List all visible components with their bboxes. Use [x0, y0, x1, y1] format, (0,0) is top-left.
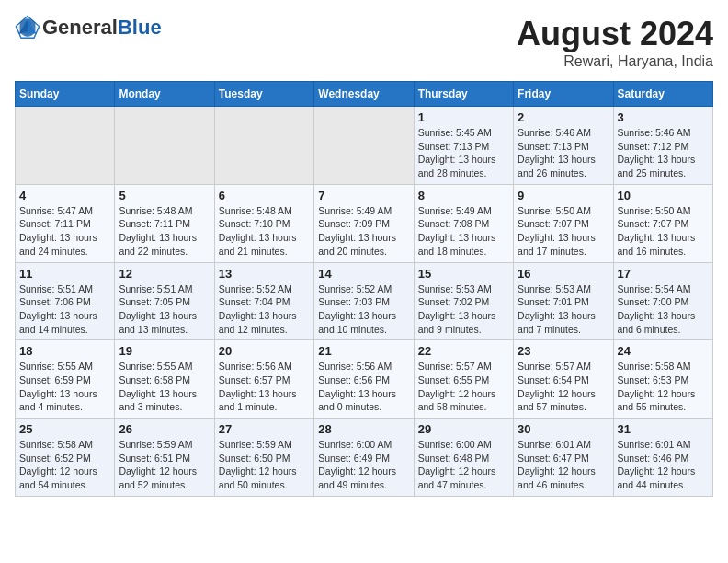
calendar-cell: 15Sunrise: 5:53 AM Sunset: 7:02 PM Dayli…	[414, 262, 513, 340]
day-number: 29	[418, 422, 509, 436]
day-number: 2	[518, 110, 609, 124]
day-info: Sunrise: 5:46 AM Sunset: 7:12 PM Dayligh…	[618, 126, 709, 180]
calendar-cell: 25Sunrise: 5:58 AM Sunset: 6:52 PM Dayli…	[16, 419, 115, 497]
day-number: 11	[19, 267, 110, 281]
calendar-cell: 21Sunrise: 5:56 AM Sunset: 6:56 PM Dayli…	[314, 340, 414, 419]
calendar-cell: 6Sunrise: 5:48 AM Sunset: 7:10 PM Daylig…	[214, 184, 313, 262]
day-info: Sunrise: 5:56 AM Sunset: 6:56 PM Dayligh…	[318, 360, 409, 414]
day-info: Sunrise: 5:50 AM Sunset: 7:07 PM Dayligh…	[618, 204, 709, 259]
day-number: 18	[19, 344, 110, 358]
day-number: 16	[518, 267, 609, 281]
calendar-cell: 30Sunrise: 6:01 AM Sunset: 6:47 PM Dayli…	[514, 419, 613, 497]
calendar-cell	[115, 107, 214, 185]
calendar-cell: 26Sunrise: 5:59 AM Sunset: 6:51 PM Dayli…	[115, 419, 214, 497]
calendar-cell: 11Sunrise: 5:51 AM Sunset: 7:06 PM Dayli…	[16, 262, 115, 340]
weekday-header-sunday: Sunday	[16, 82, 115, 107]
day-number: 9	[518, 189, 609, 202]
day-number: 10	[618, 189, 709, 202]
day-number: 22	[418, 344, 509, 358]
day-info: Sunrise: 6:01 AM Sunset: 6:47 PM Dayligh…	[518, 438, 609, 492]
day-number: 27	[219, 422, 310, 436]
day-number: 23	[518, 344, 609, 358]
day-number: 13	[219, 267, 310, 281]
calendar-cell: 31Sunrise: 6:01 AM Sunset: 6:46 PM Dayli…	[613, 419, 712, 497]
day-info: Sunrise: 5:55 AM Sunset: 6:59 PM Dayligh…	[19, 360, 110, 414]
day-number: 5	[119, 189, 210, 202]
weekday-header-saturday: Saturday	[613, 82, 712, 107]
calendar-cell: 7Sunrise: 5:49 AM Sunset: 7:09 PM Daylig…	[314, 184, 414, 262]
calendar-cell: 2Sunrise: 5:46 AM Sunset: 7:13 PM Daylig…	[514, 107, 613, 185]
calendar-cell: 8Sunrise: 5:49 AM Sunset: 7:08 PM Daylig…	[414, 184, 513, 262]
weekday-header-monday: Monday	[115, 82, 214, 107]
day-info: Sunrise: 5:54 AM Sunset: 7:00 PM Dayligh…	[618, 282, 709, 337]
day-info: Sunrise: 5:49 AM Sunset: 7:09 PM Dayligh…	[318, 204, 409, 259]
day-info: Sunrise: 5:48 AM Sunset: 7:10 PM Dayligh…	[219, 204, 310, 259]
day-info: Sunrise: 5:55 AM Sunset: 6:58 PM Dayligh…	[119, 360, 210, 414]
calendar-week-row: 18Sunrise: 5:55 AM Sunset: 6:59 PM Dayli…	[16, 340, 713, 419]
calendar-cell: 9Sunrise: 5:50 AM Sunset: 7:07 PM Daylig…	[514, 184, 613, 262]
calendar-cell: 23Sunrise: 5:57 AM Sunset: 6:54 PM Dayli…	[514, 340, 613, 419]
calendar-cell: 19Sunrise: 5:55 AM Sunset: 6:58 PM Dayli…	[115, 340, 214, 419]
day-number: 17	[618, 267, 709, 281]
day-number: 12	[119, 267, 210, 281]
calendar-cell: 20Sunrise: 5:56 AM Sunset: 6:57 PM Dayli…	[214, 340, 313, 419]
day-info: Sunrise: 5:59 AM Sunset: 6:50 PM Dayligh…	[219, 438, 310, 492]
day-info: Sunrise: 5:45 AM Sunset: 7:13 PM Dayligh…	[418, 126, 509, 180]
day-number: 31	[618, 422, 709, 436]
calendar-week-row: 11Sunrise: 5:51 AM Sunset: 7:06 PM Dayli…	[16, 262, 713, 340]
day-number: 28	[318, 422, 409, 436]
day-info: Sunrise: 5:53 AM Sunset: 7:01 PM Dayligh…	[518, 282, 609, 337]
day-number: 30	[518, 422, 609, 436]
day-number: 7	[318, 189, 409, 202]
calendar-week-row: 4Sunrise: 5:47 AM Sunset: 7:11 PM Daylig…	[16, 184, 713, 262]
day-number: 19	[119, 344, 210, 358]
weekday-header-friday: Friday	[514, 82, 613, 107]
calendar-cell	[214, 107, 313, 185]
logo-icon	[15, 15, 40, 40]
calendar-cell: 16Sunrise: 5:53 AM Sunset: 7:01 PM Dayli…	[514, 262, 613, 340]
day-info: Sunrise: 5:58 AM Sunset: 6:53 PM Dayligh…	[618, 360, 709, 414]
calendar-cell: 4Sunrise: 5:47 AM Sunset: 7:11 PM Daylig…	[16, 184, 115, 262]
calendar-cell: 13Sunrise: 5:52 AM Sunset: 7:04 PM Dayli…	[214, 262, 313, 340]
calendar-cell	[16, 107, 115, 185]
title-block: August 2024 Rewari, Haryana, India	[517, 15, 713, 70]
day-info: Sunrise: 6:01 AM Sunset: 6:46 PM Dayligh…	[618, 438, 709, 492]
day-info: Sunrise: 5:51 AM Sunset: 7:06 PM Dayligh…	[19, 282, 110, 337]
day-info: Sunrise: 5:59 AM Sunset: 6:51 PM Dayligh…	[119, 438, 210, 492]
day-info: Sunrise: 5:51 AM Sunset: 7:05 PM Dayligh…	[119, 282, 210, 337]
day-info: Sunrise: 5:57 AM Sunset: 6:55 PM Dayligh…	[418, 360, 509, 414]
calendar-cell: 12Sunrise: 5:51 AM Sunset: 7:05 PM Dayli…	[115, 262, 214, 340]
day-number: 6	[219, 189, 310, 202]
day-info: Sunrise: 6:00 AM Sunset: 6:49 PM Dayligh…	[318, 438, 409, 492]
calendar-cell	[314, 107, 414, 185]
calendar-cell: 3Sunrise: 5:46 AM Sunset: 7:12 PM Daylig…	[613, 107, 712, 185]
calendar-cell: 28Sunrise: 6:00 AM Sunset: 6:49 PM Dayli…	[314, 419, 414, 497]
month-year-title: August 2024	[517, 15, 713, 53]
day-info: Sunrise: 5:46 AM Sunset: 7:13 PM Dayligh…	[518, 126, 609, 180]
day-info: Sunrise: 5:49 AM Sunset: 7:08 PM Dayligh…	[418, 204, 509, 259]
logo-general-text: General	[42, 16, 118, 40]
day-number: 20	[219, 344, 310, 358]
day-info: Sunrise: 5:48 AM Sunset: 7:11 PM Dayligh…	[119, 204, 210, 259]
day-info: Sunrise: 5:47 AM Sunset: 7:11 PM Dayligh…	[19, 204, 110, 259]
calendar-cell: 17Sunrise: 5:54 AM Sunset: 7:00 PM Dayli…	[613, 262, 712, 340]
day-info: Sunrise: 6:00 AM Sunset: 6:48 PM Dayligh…	[418, 438, 509, 492]
calendar-table: SundayMondayTuesdayWednesdayThursdayFrid…	[15, 81, 713, 497]
calendar-cell: 10Sunrise: 5:50 AM Sunset: 7:07 PM Dayli…	[613, 184, 712, 262]
calendar-cell: 29Sunrise: 6:00 AM Sunset: 6:48 PM Dayli…	[414, 419, 513, 497]
calendar-week-row: 1Sunrise: 5:45 AM Sunset: 7:13 PM Daylig…	[16, 107, 713, 185]
day-info: Sunrise: 5:58 AM Sunset: 6:52 PM Dayligh…	[19, 438, 110, 492]
day-info: Sunrise: 5:52 AM Sunset: 7:03 PM Dayligh…	[318, 282, 409, 337]
day-info: Sunrise: 5:52 AM Sunset: 7:04 PM Dayligh…	[219, 282, 310, 337]
day-number: 1	[418, 110, 509, 124]
calendar-cell: 5Sunrise: 5:48 AM Sunset: 7:11 PM Daylig…	[115, 184, 214, 262]
day-number: 15	[418, 267, 509, 281]
weekday-header-wednesday: Wednesday	[314, 82, 414, 107]
calendar-cell: 22Sunrise: 5:57 AM Sunset: 6:55 PM Dayli…	[414, 340, 513, 419]
calendar-cell: 18Sunrise: 5:55 AM Sunset: 6:59 PM Dayli…	[16, 340, 115, 419]
day-number: 3	[618, 110, 709, 124]
day-info: Sunrise: 5:57 AM Sunset: 6:54 PM Dayligh…	[518, 360, 609, 414]
location-subtitle: Rewari, Haryana, India	[517, 53, 713, 70]
weekday-header-thursday: Thursday	[414, 82, 513, 107]
day-info: Sunrise: 5:50 AM Sunset: 7:07 PM Dayligh…	[518, 204, 609, 259]
